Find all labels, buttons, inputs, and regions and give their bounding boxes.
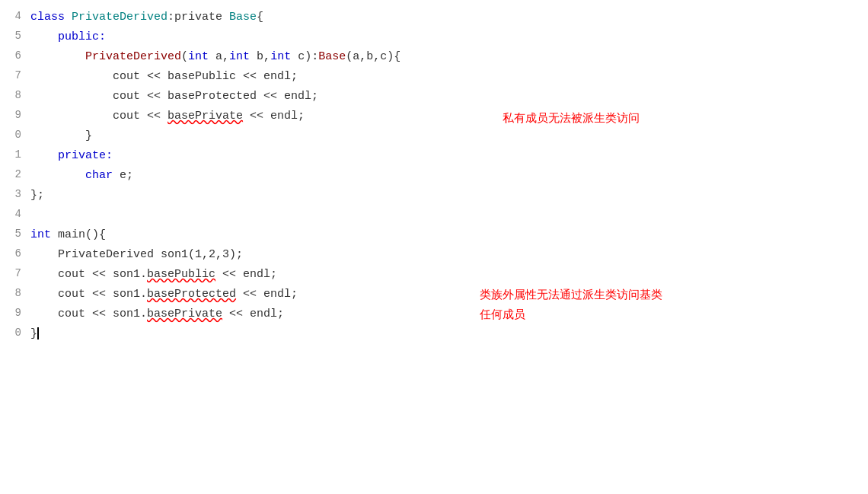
code-token: << endl; [243, 110, 305, 123]
code-token: << endl; [236, 288, 298, 301]
code-editor: 4class PrivateDerived:private Base{5 pub… [0, 0, 868, 494]
line-number: 2 [0, 166, 30, 184]
line-content: int main(){ [30, 225, 868, 245]
line-content: public: [30, 27, 868, 47]
code-line: 2 char e; [0, 166, 868, 186]
code-line: 7 cout << basePublic << endl; [0, 67, 868, 87]
line-content: cout << son1.basePrivate << endl; [30, 304, 868, 324]
line-number: 8 [0, 87, 30, 105]
line-content: cout << baseProtected << endl; [30, 87, 868, 107]
line-content: cout << son1.baseProtected << endl;类族外属性… [30, 285, 868, 304]
code-token: :private [168, 11, 229, 24]
error-squiggly: basePrivate [168, 110, 243, 123]
code-token: char [85, 169, 113, 182]
line-content: char e; [30, 166, 868, 186]
code-line: 6 PrivateDerived(int a,int b,int c):Base… [0, 47, 868, 67]
line-number: 9 [0, 107, 30, 125]
line-number: 7 [0, 67, 30, 85]
code-token: private: [30, 149, 113, 162]
line-number: 3 [0, 186, 30, 204]
line-content: cout << basePrivate << endl;私有成员无法被派生类访问 [30, 107, 868, 126]
code-token [30, 169, 85, 182]
line-number: 8 [0, 285, 30, 303]
line-content: cout << son1.basePublic << endl; [30, 265, 868, 285]
line-content: cout << basePublic << endl; [30, 67, 868, 87]
line-content: PrivateDerived son1(1,2,3); [30, 245, 868, 265]
code-token: b, [250, 50, 270, 63]
line-number: 6 [0, 245, 30, 263]
code-token: class [30, 11, 72, 24]
code-token: PrivateDerived [72, 11, 168, 24]
line-number: 1 [0, 146, 30, 164]
code-token: cout << son1. [30, 268, 147, 281]
code-line: 0} [0, 324, 868, 344]
line-number: 0 [0, 126, 30, 145]
line-number: 9 [0, 304, 30, 323]
line-number: 6 [0, 47, 30, 65]
line-number: 7 [0, 265, 30, 283]
code-token: << endl; [222, 308, 284, 320]
code-token: int [270, 50, 291, 63]
code-token: public: [30, 30, 106, 43]
line-number: 5 [0, 27, 30, 46]
code-token: << endl; [215, 268, 277, 281]
line-number: 4 [0, 206, 30, 224]
code-token: PrivateDerived [85, 50, 181, 63]
code-line: 3}; [0, 186, 868, 206]
code-line: 7 cout << son1.basePublic << endl; [0, 265, 868, 285]
code-token: Base [229, 11, 257, 24]
code-token: PrivateDerived son1(1,2,3); [30, 248, 243, 261]
code-line: 9 cout << basePrivate << endl;私有成员无法被派生类… [0, 107, 868, 126]
code-token: cout << [30, 110, 168, 123]
code-line: 6 PrivateDerived son1(1,2,3); [0, 245, 868, 265]
code-token: } [30, 327, 37, 340]
line-content: PrivateDerived(int a,int b,int c):Base(a… [30, 47, 868, 67]
code-token: int [229, 50, 250, 63]
code-token: cout << baseProtected << endl; [30, 90, 318, 103]
line-content: class PrivateDerived:private Base{ [30, 8, 868, 27]
code-line: 5 public: [0, 27, 868, 47]
line-number: 5 [0, 225, 30, 244]
line-content: }; [30, 186, 868, 206]
code-token: } [30, 129, 92, 142]
code-token: int [30, 228, 51, 241]
code-token: { [257, 11, 263, 24]
code-token: a, [209, 50, 229, 63]
error-squiggly: basePrivate [147, 308, 222, 320]
code-line: 0 } [0, 126, 868, 146]
code-token: Base [318, 50, 346, 63]
code-line: 8 cout << baseProtected << endl; [0, 87, 868, 107]
code-token: }; [30, 189, 44, 202]
code-line: 4 [0, 206, 868, 225]
error-squiggly: baseProtected [147, 288, 236, 301]
code-line: 5int main(){ [0, 225, 868, 245]
line-number: 0 [0, 324, 30, 343]
error-squiggly: basePublic [147, 268, 215, 281]
code-token: (a,b,c){ [346, 50, 400, 63]
line-content: private: [30, 146, 868, 166]
code-token [30, 50, 85, 63]
line-content: } [30, 126, 868, 146]
code-token: e; [113, 169, 133, 182]
code-line: 8 cout << son1.baseProtected << endl;类族外… [0, 285, 868, 304]
code-token: int [188, 50, 209, 63]
line-number: 4 [0, 8, 30, 26]
code-annotation: 私有成员无法被派生类访问 [503, 108, 640, 128]
text-cursor [37, 327, 39, 339]
code-line: 9 cout << son1.basePrivate << endl; [0, 304, 868, 324]
line-content: } [30, 324, 868, 344]
code-token: cout << son1. [30, 308, 147, 320]
code-token: c): [291, 50, 318, 63]
code-token: cout << son1. [30, 288, 147, 301]
code-line: 4class PrivateDerived:private Base{ [0, 8, 868, 27]
code-token: cout << basePublic << endl; [30, 70, 298, 83]
code-line: 1 private: [0, 146, 868, 166]
code-token: ( [181, 50, 188, 63]
code-token: main(){ [51, 228, 106, 241]
